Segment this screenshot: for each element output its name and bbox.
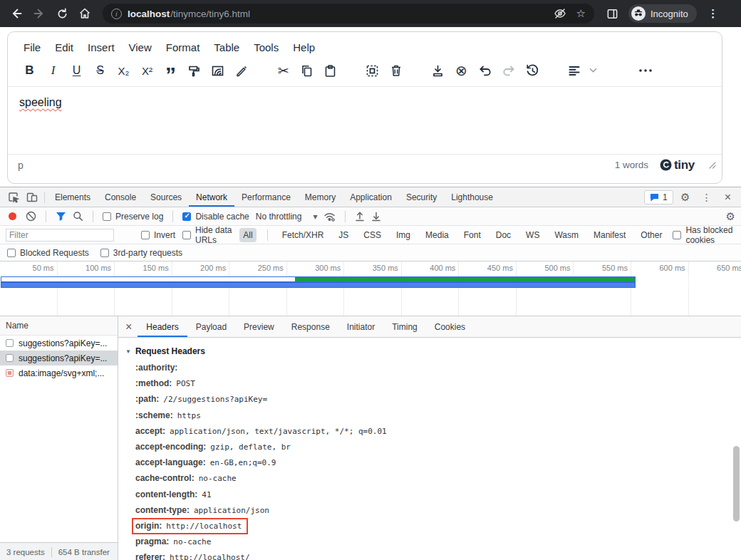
misspelled-word[interactable]: speeling bbox=[19, 96, 62, 108]
menu-format[interactable]: Format bbox=[159, 38, 207, 56]
detail-tab-initiator[interactable]: Initiator bbox=[338, 316, 383, 337]
tab-security[interactable]: Security bbox=[399, 187, 444, 207]
side-panel-button[interactable] bbox=[603, 4, 621, 23]
filter-type-other[interactable]: Other bbox=[637, 228, 665, 242]
name-column-header[interactable]: Name bbox=[0, 316, 118, 336]
filter-type-wasm[interactable]: Wasm bbox=[551, 228, 582, 242]
tab-console[interactable]: Console bbox=[98, 187, 143, 207]
menu-tools[interactable]: Tools bbox=[247, 38, 286, 56]
paste-button[interactable] bbox=[318, 61, 342, 80]
copy-button[interactable] bbox=[295, 61, 318, 80]
word-count[interactable]: 1 words bbox=[615, 160, 648, 170]
filter-type-font[interactable]: Font bbox=[460, 228, 484, 242]
tab-lighthouse[interactable]: Lighthouse bbox=[444, 187, 500, 207]
export-button[interactable] bbox=[426, 61, 450, 80]
menu-insert[interactable]: Insert bbox=[81, 38, 122, 56]
filter-type-ws[interactable]: WS bbox=[522, 228, 543, 242]
cut-button[interactable]: ✂ bbox=[271, 61, 295, 80]
tab-sources[interactable]: Sources bbox=[143, 187, 189, 207]
inspect-element-button[interactable] bbox=[4, 187, 23, 207]
tab-elements[interactable]: Elements bbox=[48, 187, 98, 207]
devtools-settings-button[interactable]: ⚙ bbox=[676, 191, 695, 204]
tab-application[interactable]: Application bbox=[343, 187, 399, 207]
network-search-button[interactable] bbox=[73, 211, 83, 222]
filter-input[interactable] bbox=[6, 229, 114, 242]
detail-tab-response[interactable]: Response bbox=[283, 316, 338, 337]
format-painter-button[interactable] bbox=[182, 61, 206, 80]
detail-tab-timing[interactable]: Timing bbox=[383, 316, 426, 337]
superscript-button[interactable]: X² bbox=[135, 61, 159, 80]
devtools-close-button[interactable]: × bbox=[719, 191, 737, 204]
scrollbar-thumb[interactable] bbox=[733, 446, 740, 522]
italic-button[interactable]: I bbox=[41, 61, 65, 80]
filter-type-js[interactable]: JS bbox=[335, 228, 352, 242]
tab-memory[interactable]: Memory bbox=[298, 187, 343, 207]
bookmark-star-icon[interactable]: ☆ bbox=[576, 7, 586, 20]
import-har-button[interactable] bbox=[355, 211, 365, 222]
network-conditions-button[interactable] bbox=[323, 212, 336, 222]
menu-help[interactable]: Help bbox=[286, 38, 322, 56]
resize-handle[interactable] bbox=[709, 160, 716, 171]
filter-type-css[interactable]: CSS bbox=[360, 228, 385, 242]
browser-menu-button[interactable]: ⋮ bbox=[704, 4, 722, 23]
strikethrough-button[interactable]: S bbox=[88, 61, 112, 80]
third-party-cookies-blocked-icon[interactable] bbox=[554, 7, 566, 20]
restore-draft-button[interactable] bbox=[520, 61, 544, 80]
menu-table[interactable]: Table bbox=[207, 38, 247, 56]
menu-view[interactable]: View bbox=[122, 38, 159, 56]
detail-tab-headers[interactable]: Headers bbox=[138, 316, 187, 337]
reload-button[interactable] bbox=[53, 4, 71, 23]
underline-button[interactable]: U bbox=[65, 61, 88, 80]
network-settings-button[interactable]: ⚙ bbox=[726, 210, 735, 223]
record-network-log-button[interactable] bbox=[9, 212, 16, 220]
detail-tab-preview[interactable]: Preview bbox=[235, 316, 283, 337]
close-detail-button[interactable]: × bbox=[120, 321, 138, 333]
third-party-requests-checkbox[interactable]: 3rd-party requests bbox=[100, 248, 182, 258]
blocked-requests-checkbox[interactable]: Blocked Requests bbox=[7, 248, 89, 258]
filter-type-doc[interactable]: Doc bbox=[492, 228, 514, 242]
detail-scrollbar[interactable] bbox=[733, 339, 740, 559]
cancel-button[interactable]: ⊗ bbox=[450, 61, 473, 80]
hide-data-urls-checkbox[interactable]: Hide data URLs bbox=[182, 225, 232, 245]
home-button[interactable] bbox=[76, 4, 94, 23]
clear-network-log-button[interactable] bbox=[26, 211, 36, 222]
edit-image-button[interactable] bbox=[206, 61, 229, 80]
subscript-button[interactable]: X₂ bbox=[112, 61, 135, 80]
throttling-dropdown[interactable]: No throttling ▾ bbox=[256, 212, 318, 222]
request-headers-section[interactable]: ▼ Request Headers bbox=[118, 343, 741, 360]
has-blocked-cookies-checkbox[interactable]: Has blocked cookies bbox=[673, 225, 735, 245]
permanent-pen-button[interactable] bbox=[229, 61, 253, 80]
delete-button[interactable] bbox=[384, 61, 408, 80]
network-filter-button[interactable] bbox=[56, 212, 66, 222]
export-har-button[interactable] bbox=[371, 211, 381, 222]
blockquote-button[interactable]: ” bbox=[159, 61, 182, 80]
filter-type-manifest[interactable]: Manifest bbox=[590, 228, 629, 242]
device-toolbar-button[interactable] bbox=[23, 187, 41, 207]
tab-performance[interactable]: Performance bbox=[234, 187, 298, 207]
select-all-button[interactable] bbox=[361, 61, 384, 80]
bold-button[interactable]: B bbox=[18, 61, 41, 80]
table-row[interactable]: suggestions?apiKey=... bbox=[0, 351, 118, 365]
filter-type-all[interactable]: All bbox=[239, 228, 256, 242]
more-toolbar-button[interactable] bbox=[633, 61, 657, 80]
table-row[interactable]: data:image/svg+xml;... bbox=[0, 365, 118, 380]
tiny-branding[interactable]: tiny bbox=[660, 158, 695, 172]
element-path[interactable]: p bbox=[18, 160, 24, 171]
filter-type-media[interactable]: Media bbox=[422, 228, 452, 242]
page-info-icon[interactable]: i bbox=[111, 9, 122, 19]
table-row[interactable]: suggestions?apiKey=... bbox=[0, 336, 118, 351]
redo-button[interactable] bbox=[497, 61, 520, 80]
align-dropdown-button[interactable] bbox=[581, 61, 605, 80]
editor-content-area[interactable]: speeling bbox=[8, 87, 722, 154]
network-overview[interactable] bbox=[0, 276, 741, 289]
detail-tab-payload[interactable]: Payload bbox=[187, 316, 235, 337]
tab-network[interactable]: Network bbox=[189, 187, 234, 207]
address-bar[interactable]: i localhost /tinymce/tiny6.html ☆ bbox=[103, 4, 594, 24]
forward-button[interactable] bbox=[30, 4, 48, 23]
disable-cache-checkbox[interactable]: Disable cache bbox=[182, 212, 249, 222]
filter-type-fetch-xhr[interactable]: Fetch/XHR bbox=[279, 228, 328, 242]
back-button[interactable] bbox=[7, 4, 26, 23]
invert-checkbox[interactable]: Invert bbox=[141, 230, 175, 240]
detail-tab-cookies[interactable]: Cookies bbox=[426, 316, 474, 337]
menu-edit[interactable]: Edit bbox=[48, 38, 81, 56]
